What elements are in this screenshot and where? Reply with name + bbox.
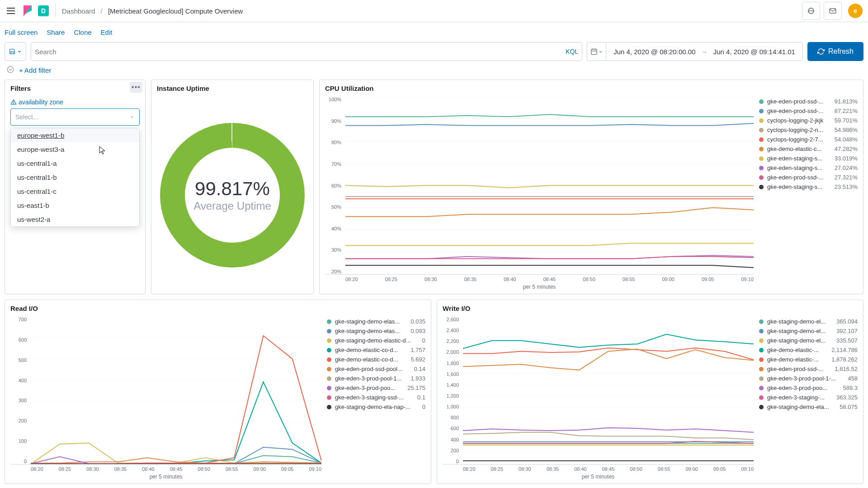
legend-item[interactable]: gke-eden-3-staging-ssd-...0.1	[327, 393, 425, 402]
legend-item[interactable]: gke-eden-prod-ssd-...1,816.52	[759, 364, 858, 374]
avatar[interactable]: e	[848, 4, 863, 18]
x-axis-ticks: 08:2008:2508:3008:3508:4008:4508:5008:55…	[325, 275, 754, 282]
date-from: Jun 4, 2020 @ 08:20:00.00	[613, 48, 695, 56]
x-axis-label: per 5 minutes	[10, 472, 321, 480]
kql-toggle[interactable]: KQL	[561, 48, 578, 55]
x-axis-label: per 5 minutes	[443, 472, 754, 480]
legend-item[interactable]: gke-staging-demo-el...365.094	[759, 317, 858, 326]
clone-link[interactable]: Clone	[74, 28, 91, 36]
legend-item[interactable]: gke-eden-staging-s...33.019%	[759, 154, 858, 163]
svg-point-6	[7, 66, 14, 73]
legend-item[interactable]: gke-staging-demo-el...335.507	[759, 336, 858, 345]
legend-item[interactable]: gke-staging-demo-elas...0.035	[327, 317, 425, 326]
add-filter-button[interactable]: + Add filter	[19, 66, 51, 74]
disk-icon	[9, 48, 15, 55]
dashboard-panels: Filters ••• availability zone Select... …	[0, 80, 868, 484]
uptime-value: 99.817%	[195, 178, 270, 200]
legend-item[interactable]: gke-eden-prod-ssd-...91.813%	[759, 97, 858, 106]
select-placeholder: Select...	[15, 113, 38, 121]
refresh-label: Refresh	[828, 47, 854, 56]
uptime-label: Average Uptime	[193, 200, 271, 212]
calendar-button[interactable]	[587, 42, 606, 61]
solution-badge[interactable]: D	[38, 5, 49, 16]
dropdown-option[interactable]: europe-west1-b	[11, 128, 139, 142]
dropdown-option[interactable]: us-central1-a	[11, 156, 139, 170]
legend-item[interactable]: gke-eden-staging-s...27.024%	[759, 163, 858, 173]
legend-item[interactable]: gke-eden-prod-ssd-...87.221%	[759, 106, 858, 116]
breadcrumb-root[interactable]: Dashboard	[62, 7, 95, 15]
cpu-chart[interactable]: 100%90%80%70%60%50%40%30%20%	[325, 97, 754, 275]
panel-title: CPU Utilization	[320, 80, 863, 97]
date-picker: Jun 4, 2020 @ 08:20:00.00 → Jun 4, 2020 …	[587, 42, 803, 61]
write-chart[interactable]: 2,6002,4002,2002,0001,8001,6001,4001,200…	[443, 317, 754, 465]
newsfeed-icon[interactable]	[802, 2, 820, 20]
legend-item[interactable]: gke-eden-3-prod-pool-1-...458	[759, 374, 858, 383]
panel-read-io: Read I/O 7006005004003002001000 08:2008:…	[5, 300, 431, 484]
legend-item[interactable]: gke-staging-demo-elas...0.093	[327, 326, 425, 336]
breadcrumb-current: [Metricbeat Googlecloud] Compute Overvie…	[108, 7, 243, 15]
legend-item[interactable]: cyclops-logging-2-jkjk59.701%	[759, 116, 858, 125]
divider	[55, 5, 56, 17]
dropdown-option[interactable]: europe-west3-a	[11, 142, 139, 156]
cpu-legend: gke-eden-prod-ssd-...91.813%gke-eden-pro…	[754, 97, 858, 290]
panel-instance-uptime: Instance Uptime 99.817% Average Uptime	[151, 80, 314, 294]
fullscreen-link[interactable]: Full screen	[5, 28, 38, 36]
legend-item[interactable]: gke-demo-elastic-c...47.282%	[759, 144, 858, 154]
panel-write-io: Write I/O 2,6002,4002,2002,0001,8001,600…	[437, 300, 863, 484]
breadcrumb: Dashboard / [Metricbeat Googlecloud] Com…	[62, 7, 243, 15]
panel-title: Instance Uptime	[151, 80, 313, 97]
svg-rect-2	[591, 49, 597, 55]
refresh-icon	[817, 48, 825, 55]
hamburger-icon[interactable]	[5, 5, 16, 16]
search-input[interactable]	[35, 48, 561, 56]
x-axis-ticks: 08:2008:2508:3008:3508:4008:4508:5008:55…	[443, 465, 754, 472]
dropdown-option[interactable]: us-central1-c	[11, 184, 139, 198]
panel-filters: Filters ••• availability zone Select... …	[5, 80, 146, 294]
date-to: Jun 4, 2020 @ 09:14:41.01	[713, 48, 795, 56]
legend-item[interactable]: gke-demo-elastic-co-d...5.692	[327, 355, 425, 364]
kibana-logo-icon[interactable]	[24, 5, 33, 16]
panel-title: Filters	[5, 80, 145, 97]
filter-field-label: availability zone	[10, 99, 140, 106]
calendar-icon	[590, 48, 598, 55]
legend-item[interactable]: gke-staging-demo-el...392.107	[759, 326, 858, 336]
legend-item[interactable]: gke-eden-3-prod-poo...25.175	[327, 383, 425, 393]
legend-item[interactable]: gke-eden-staging-s...23.513%	[759, 182, 858, 192]
read-chart[interactable]: 7006005004003002001000	[10, 317, 321, 465]
legend-item[interactable]: cyclops-logging-2-n...54.986%	[759, 125, 858, 135]
legend-item[interactable]: gke-eden-3-staging-...363.325	[759, 393, 858, 402]
legend-item[interactable]: gke-demo-elastic-...2,114.786	[759, 345, 858, 355]
availability-zone-dropdown: europe-west1-beurope-west3-aus-central1-…	[10, 128, 140, 227]
filter-bar: + Add filter	[0, 66, 868, 80]
legend-item[interactable]: gke-eden-prod-ssd-...27.321%	[759, 173, 858, 182]
panel-title: Read I/O	[5, 300, 431, 317]
legend-item[interactable]: cyclops-logging-2-7...54.048%	[759, 135, 858, 144]
mail-icon[interactable]	[824, 2, 842, 20]
legend-item[interactable]: gke-staging-demo-elastic-d...0	[327, 336, 425, 345]
share-link[interactable]: Share	[47, 28, 65, 36]
chevron-down-icon	[599, 50, 603, 54]
write-legend: gke-staging-demo-el...365.094gke-staging…	[754, 317, 858, 480]
cursor-icon	[99, 146, 106, 156]
edit-link[interactable]: Edit	[101, 28, 113, 36]
panel-menu-icon[interactable]: •••	[130, 82, 142, 93]
dropdown-option[interactable]: us-east1-b	[11, 198, 139, 212]
legend-item[interactable]: gke-demo-elastic-co-d...1.757	[327, 345, 425, 355]
legend-item[interactable]: gke-eden-3-prod-poo...589.3	[759, 383, 858, 393]
dropdown-option[interactable]: us-central1-b	[11, 170, 139, 184]
search-input-wrapper: KQL	[31, 42, 582, 61]
date-range[interactable]: Jun 4, 2020 @ 08:20:00.00 → Jun 4, 2020 …	[606, 48, 802, 56]
saved-query-button[interactable]	[5, 42, 26, 61]
legend-item[interactable]: gke-staging-demo-ela-nap-...0	[327, 402, 425, 412]
refresh-button[interactable]: Refresh	[807, 42, 863, 61]
arrow-icon: →	[701, 48, 708, 56]
warning-icon	[10, 99, 17, 105]
legend-item[interactable]: gke-eden-prod-ssd-pool...0.14	[327, 364, 425, 374]
legend-item[interactable]: gke-staging-demo-ela...58.075	[759, 402, 858, 412]
panel-title: Write I/O	[437, 300, 863, 317]
dropdown-option[interactable]: us-west2-a	[11, 212, 139, 226]
legend-item[interactable]: gke-demo-elastic-...1,878.262	[759, 355, 858, 364]
legend-item[interactable]: gke-eden-3-prod-pool-1...1.933	[327, 374, 425, 383]
availability-zone-select[interactable]: Select...	[10, 108, 140, 126]
filter-settings-icon[interactable]	[6, 66, 14, 75]
